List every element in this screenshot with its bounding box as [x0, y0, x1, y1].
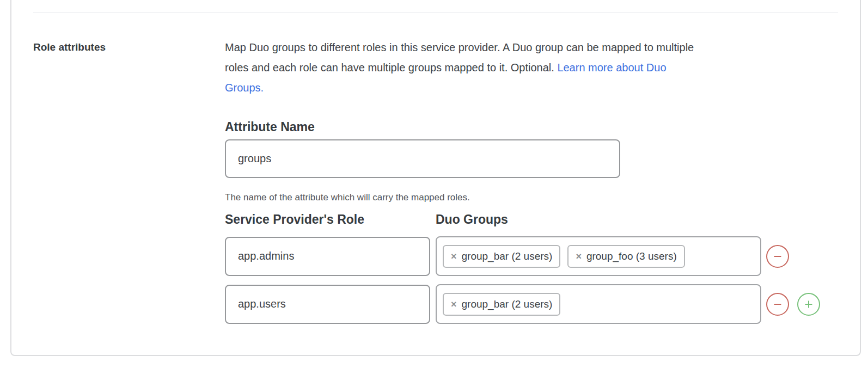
- group-tag: × group_bar (2 users): [443, 245, 560, 268]
- section-divider: [33, 13, 838, 13]
- role-attributes-description: Map Duo groups to different roles in thi…: [225, 38, 838, 98]
- attribute-name-input[interactable]: [225, 139, 620, 178]
- description-line: roles and each role can have multiple gr…: [225, 58, 838, 78]
- remove-tag-icon[interactable]: ×: [576, 252, 582, 261]
- description-line: Groups.: [225, 78, 838, 98]
- role-attributes-form-row: Role attributes Map Duo groups to differ…: [33, 38, 838, 324]
- plus-icon: [803, 298, 815, 310]
- role-attributes-label: Role attributes: [33, 38, 225, 324]
- settings-card: Role attributes Map Duo groups to differ…: [10, 0, 861, 356]
- add-row-button[interactable]: [797, 293, 820, 316]
- remove-tag-icon[interactable]: ×: [451, 299, 457, 309]
- mapping-row: × group_bar (2 users) × group_foo (3 use…: [225, 236, 838, 276]
- service-provider-role-input[interactable]: [225, 237, 430, 276]
- learn-more-duo-groups-link[interactable]: Groups.: [225, 82, 264, 94]
- attribute-name-label: Attribute Name: [225, 119, 838, 135]
- group-tag-label: group_foo (3 users): [586, 250, 677, 262]
- group-tag: × group_bar (2 users): [443, 293, 560, 316]
- description-line: Map Duo groups to different roles in thi…: [225, 38, 838, 58]
- duo-groups-multiselect[interactable]: × group_bar (2 users) × group_foo (3 use…: [436, 236, 761, 276]
- learn-more-duo-groups-link[interactable]: Learn more about Duo: [557, 62, 666, 73]
- group-tag: × group_foo (3 users): [567, 245, 684, 268]
- minus-icon: [772, 250, 784, 262]
- mapping-row: × group_bar (2 users): [225, 284, 838, 324]
- description-text: roles and each role can have multiple gr…: [225, 62, 557, 73]
- service-provider-role-header: Service Provider's Role: [225, 212, 436, 226]
- minus-icon: [772, 298, 784, 310]
- role-attributes-page: Role attributes Map Duo groups to differ…: [0, 0, 868, 368]
- duo-groups-header: Duo Groups: [436, 212, 838, 226]
- group-tag-label: group_bar (2 users): [462, 250, 553, 262]
- remove-row-button[interactable]: [766, 293, 789, 316]
- attribute-name-help: The name of the attribute which will car…: [225, 192, 838, 203]
- service-provider-role-input[interactable]: [225, 285, 430, 324]
- remove-row-button[interactable]: [766, 245, 789, 268]
- mapping-table-headers: Service Provider's Role Duo Groups: [225, 212, 838, 226]
- group-tag-label: group_bar (2 users): [462, 298, 553, 310]
- description-text: Map Duo groups to different roles in thi…: [225, 41, 694, 53]
- duo-groups-multiselect[interactable]: × group_bar (2 users): [436, 284, 761, 324]
- remove-tag-icon[interactable]: ×: [451, 252, 457, 261]
